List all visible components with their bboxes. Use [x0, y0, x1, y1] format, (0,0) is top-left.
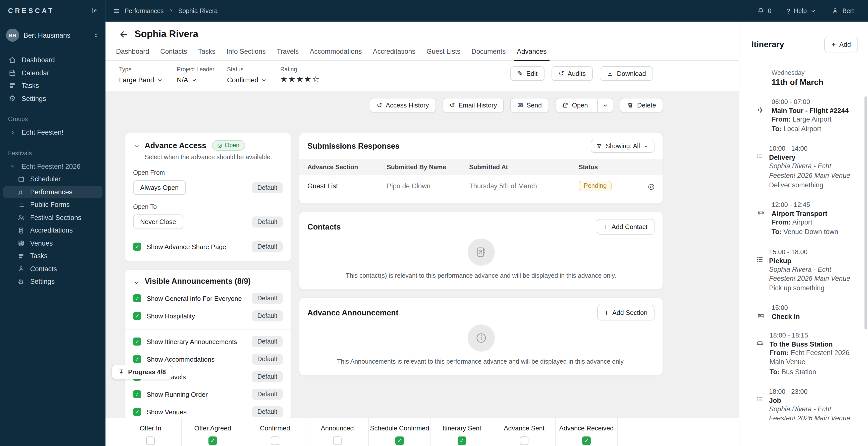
tab-accreditations[interactable]: Accreditations — [370, 44, 418, 60]
main-area: Sophia Rivera Dashboard Contacts Tasks I… — [105, 22, 739, 446]
type-select[interactable]: Large Band — [119, 76, 177, 84]
sidebar-item-settings[interactable]: ⚙ Settings — [0, 92, 105, 105]
itinerary-event[interactable]: 18:00 - 23:00 Job Sophia Rivera - Echt F… — [751, 388, 857, 423]
tab-documents[interactable]: Documents — [468, 44, 509, 60]
sidebar-item-calendar[interactable]: Calendar — [0, 67, 105, 79]
status-select[interactable]: Confirmed — [227, 76, 280, 84]
open-to-button[interactable]: Never Close — [133, 215, 183, 229]
default-badge: Default — [252, 336, 283, 347]
show-advance-share-page-checkbox[interactable] — [133, 243, 141, 251]
sidebar-item-festival-2026[interactable]: Echt Feesten! 2026 — [0, 160, 105, 173]
confirmed-checkbox[interactable] — [271, 437, 279, 445]
open-dropdown-toggle[interactable] — [597, 99, 613, 111]
sidebar-item-tasks[interactable]: Tasks — [0, 79, 105, 92]
sidebar-item-public-forms[interactable]: Public Forms — [0, 198, 105, 211]
sidebar-item-label: Accreditations — [30, 227, 73, 234]
announcement-empty-text: This Announcements is relevant to this p… — [337, 358, 625, 365]
itinerary-scroll-area[interactable]: Wednesday 11th of March ✈ 06:00 - 07:00 … — [739, 61, 868, 423]
tab-guest-lists[interactable]: Guest Lists — [424, 44, 463, 60]
view-submission-icon[interactable]: ◎ — [648, 182, 654, 191]
advance-sent-checkbox[interactable] — [520, 437, 528, 445]
progress-label: Progress 4/8 — [128, 369, 166, 376]
add-contact-button[interactable]: + Add Contact — [596, 219, 654, 234]
sidebar-item-label: Tasks — [22, 82, 39, 90]
offer-agreed-checkbox[interactable] — [209, 437, 217, 445]
scrollbar-thumb[interactable] — [865, 96, 867, 329]
tab-travels[interactable]: Travels — [274, 44, 302, 60]
sidebar-item-performances[interactable]: ♬ Performances — [3, 186, 102, 198]
collapse-card-icon[interactable] — [133, 142, 140, 161]
user-menu[interactable]: Bert — [831, 7, 854, 14]
tab-info-sections[interactable]: Info Sections — [223, 44, 269, 60]
add-section-button[interactable]: + Add Section — [597, 305, 654, 320]
open-from-button[interactable]: Always Open — [133, 180, 186, 195]
audits-button[interactable]: ↺ Audits — [552, 66, 593, 81]
show-running-order-checkbox[interactable] — [133, 390, 141, 398]
person-icon — [831, 7, 839, 14]
itinerary-event[interactable]: 15:00 - 18:00 Pickup Sophia Rivera - Ech… — [751, 248, 857, 293]
sidebar-item-festival-tasks[interactable]: Tasks — [0, 250, 105, 262]
project-leader-select[interactable]: N/A — [177, 76, 227, 84]
progress-button[interactable]: Progress 4/8 — [112, 364, 172, 379]
sidebar-item-festival-sections[interactable]: Festival Sections — [0, 211, 105, 224]
itinerary-sent-checkbox[interactable] — [458, 437, 466, 445]
itinerary-event[interactable]: 18:00 - 18:15 To the Buss Station From: … — [751, 331, 857, 376]
sidebar-collapse-icon[interactable] — [91, 7, 98, 14]
tab-tasks[interactable]: Tasks — [195, 44, 218, 60]
show-itinerary-announcements-checkbox[interactable] — [133, 338, 141, 346]
sidebar-item-contacts[interactable]: Contacts — [0, 262, 105, 275]
delete-button[interactable]: Delete — [620, 98, 663, 113]
from-label: From: — [770, 349, 789, 357]
itinerary-event[interactable]: 12:00 - 12:45 Airport Transport From: Ai… — [751, 201, 857, 237]
access-history-button[interactable]: ↺ Access History — [370, 98, 436, 113]
sidebar-item-accreditations[interactable]: Accreditations — [0, 224, 105, 237]
advance-received-checkbox[interactable] — [582, 437, 591, 445]
status-label: Schedule Confirmed — [370, 424, 429, 432]
show-venues-checkbox[interactable] — [133, 408, 141, 416]
email-history-button[interactable]: ↺ Email History — [442, 98, 504, 113]
show-hospitality-checkbox[interactable] — [133, 312, 141, 320]
tab-dashboard[interactable]: Dashboard — [113, 44, 152, 60]
breadcrumb-section[interactable]: Performances — [125, 7, 164, 14]
back-button[interactable] — [119, 29, 129, 39]
rating-stars[interactable]: ★★★★☆ — [280, 74, 320, 84]
collapse-card-icon[interactable] — [133, 279, 140, 286]
menu-icon[interactable] — [113, 7, 120, 14]
schedule-confirmed-checkbox[interactable] — [395, 437, 404, 445]
sidebar-item-group-echt-feesten[interactable]: Echt Feesten! — [0, 126, 105, 139]
announced-checkbox[interactable] — [333, 437, 342, 445]
show-general-info-checkbox[interactable] — [133, 294, 141, 302]
sidebar-item-dashboard[interactable]: Dashboard — [0, 54, 105, 67]
itinerary-event[interactable]: 15:00 Check In — [751, 304, 857, 320]
itinerary-event[interactable]: ✈ 06:00 - 07:00 Main Tour - Flight #2244… — [751, 98, 857, 134]
tab-contacts[interactable]: Contacts — [157, 44, 190, 60]
checkbox-label: Show Accommodations — [147, 355, 215, 363]
notifications-button[interactable]: 0 — [757, 7, 771, 14]
offer-in-checkbox[interactable] — [146, 437, 155, 445]
advance-announcement-title: Advance Announcement — [307, 308, 398, 317]
show-accommodations-checkbox[interactable] — [133, 355, 141, 363]
announcement-row: Show Running Order Default — [133, 389, 283, 400]
add-contact-label: Add Contact — [612, 223, 648, 230]
open-button[interactable]: Open — [556, 98, 594, 112]
type-label: Type — [119, 66, 177, 72]
external-link-icon — [562, 102, 568, 108]
sidebar-item-festival-settings[interactable]: ⚙ Settings — [0, 275, 105, 288]
itinerary-event[interactable]: 10:00 - 14:00 Delivery Sophia Rivera - E… — [751, 145, 857, 190]
tab-accommodations[interactable]: Accommodations — [307, 44, 365, 60]
edit-button[interactable]: ✎ Edit — [510, 66, 545, 81]
calendar-icon — [8, 69, 17, 77]
submission-row[interactable]: Guest List Pipo de Clown Thursday 5th of… — [299, 175, 662, 198]
tab-advances[interactable]: Advances — [514, 44, 550, 61]
advance-announcement-card: Advance Announcement + Add Section This … — [299, 297, 663, 376]
help-menu[interactable]: ? Help — [786, 7, 816, 15]
sidebar-item-venues[interactable]: Venues — [0, 237, 105, 250]
workspace-selector[interactable]: BH Bert Hausmans — [0, 25, 105, 46]
checkbox-label: Show Running Order — [147, 390, 208, 398]
showing-filter-button[interactable]: Showing: All — [591, 139, 654, 153]
sidebar-item-scheduler[interactable]: Scheduler — [0, 173, 105, 186]
add-itinerary-button[interactable]: + Add — [824, 37, 858, 52]
download-button[interactable]: Download — [600, 66, 653, 81]
event-venue: Sophia Rivera - Echt Feesten! 2026 Main … — [769, 405, 857, 423]
send-button[interactable]: ✉ Send — [510, 98, 549, 113]
